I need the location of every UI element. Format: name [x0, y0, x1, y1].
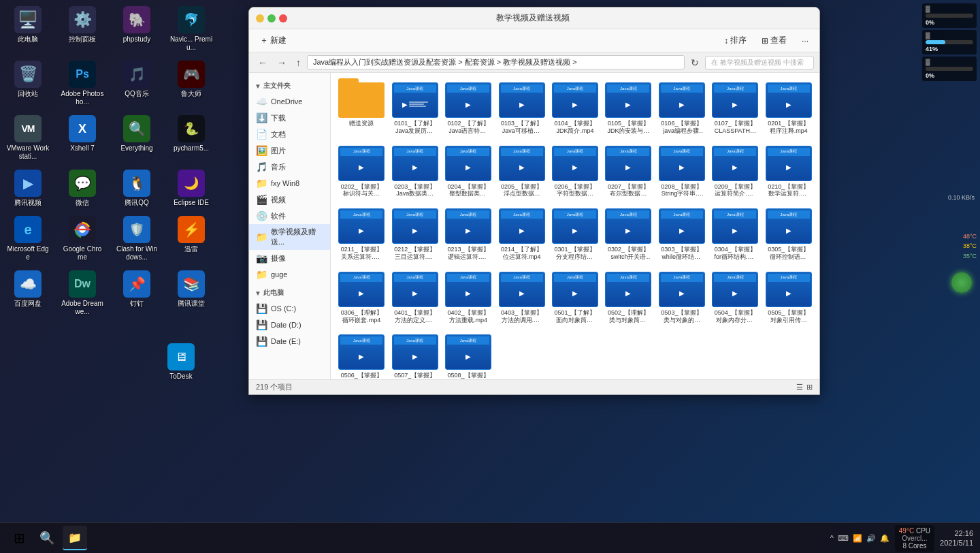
minimize-button[interactable]: −: [256, 14, 264, 22]
sidebar-item-fxy[interactable]: 📁 fxy Win8: [249, 175, 330, 191]
file-item-video[interactable]: Java课程▶ 0207_【掌握】布尔型数据类型.mp4: [604, 143, 652, 201]
file-item-video[interactable]: Java课程▶ 0401_【掌握】方法的定义.mp4: [391, 269, 438, 327]
file-item-video[interactable]: Java课程▶ 0402_【掌握】方法重载.mp4: [444, 269, 492, 327]
search-box[interactable]: 在 教学视频及赠送视频 中搜索: [705, 56, 814, 69]
desktop-icon-wechat[interactable]: 💬 微信: [58, 167, 107, 210]
file-item-video[interactable]: Java课程▶ 0102_【了解】Java语言特点.mp4: [444, 80, 492, 138]
file-item-video[interactable]: Java课程▶ 0107_【掌握】CLASSPATH环境属性.mp4: [711, 80, 759, 138]
network-icon[interactable]: 📶: [853, 534, 862, 543]
desktop-icon-control[interactable]: ⚙️ 控制面板: [58, 3, 107, 54]
sidebar-item-docs[interactable]: 📄 文档: [249, 126, 330, 142]
file-item-folder[interactable]: 赠送资源: [338, 80, 385, 138]
file-item-video[interactable]: Java课程▶ 0502_【理解】类与对象简介.mp4: [604, 269, 652, 327]
clock[interactable]: 22:16 2021/5/11: [940, 528, 973, 548]
file-item-video[interactable]: Java课程▶ 0506_【掌握】引用传递与比级.mp4: [338, 332, 385, 379]
file-item-video[interactable]: Java课程▶ 0403_【掌握】方法的调用.mp4: [497, 269, 545, 327]
sidebar-item-software[interactable]: 💿 软件: [249, 208, 330, 224]
desktop-icon-tencent-class[interactable]: 📚 腾讯课堂: [167, 268, 216, 319]
file-item-video[interactable]: Java课程▶ 0503_【掌握】类与对象的定义.mp4: [658, 269, 706, 327]
file-item-video[interactable]: Java课程▶ 0505_【掌握】对象引用传递分.mp4: [765, 269, 813, 327]
file-item-video[interactable]: Java课程▶ 0105_【掌握】JDK的安装与配置.mp4: [604, 80, 652, 138]
notification-icon[interactable]: 🔔: [880, 534, 889, 543]
volume-icon[interactable]: 🔊: [866, 534, 876, 543]
desktop-icon-recycle[interactable]: 🗑️ 回收站: [3, 58, 52, 109]
sort-button[interactable]: ↕ 排序: [719, 33, 752, 48]
file-item-video[interactable]: Java课程▶ 0306_【理解】循环嵌套.mp4: [338, 269, 385, 327]
file-item-video[interactable]: Java课程▶ 0212_【掌握】三目运算符.mp4: [391, 206, 438, 264]
file-item-video[interactable]: Java课程▶ 0209_【掌握】运算符简介.mp4: [711, 143, 759, 201]
desktop-icon-dingding[interactable]: 📌 钉钉: [112, 268, 161, 319]
desktop-icon-clash[interactable]: 🛡️ Clash for Windows...: [112, 213, 161, 264]
desktop-icon-everything[interactable]: 🔍 Everything: [112, 112, 161, 163]
view-button[interactable]: ⊞ 查看: [756, 33, 792, 48]
desktop-icon-navicat[interactable]: 🐬 Navic... Premiu...: [167, 3, 216, 54]
file-item-video[interactable]: Java课程▶ 0501_【了解】面向对象简介.mp4: [551, 269, 599, 327]
file-item-video[interactable]: Java课程▶ 0211_【掌握】关系运算符.mp4: [338, 206, 385, 264]
desktop-icon-qq[interactable]: 🐧 腾讯QQ: [112, 167, 161, 210]
file-item-video[interactable]: Java课程▶ 0103_【了解】Java可移植性.mp4: [497, 80, 545, 138]
desktop-icon-chrome[interactable]: Google Chrome: [58, 213, 107, 264]
sidebar-item-d[interactable]: 💾 Date (D:): [249, 317, 330, 333]
desktop-icon-phpstudy[interactable]: 🐘 phpstudy: [112, 3, 161, 54]
sidebar-item-c[interactable]: 💾 OS (C:): [249, 300, 330, 317]
file-item-video[interactable]: Java课程▶ 0210_【掌握】数学运算符.mp4: [765, 143, 813, 201]
file-item-video[interactable]: Java课程▶ 0301_【掌握】分支程序结构.mp4: [551, 206, 599, 264]
up-button[interactable]: ↑: [293, 56, 304, 69]
file-item-video[interactable]: Java课程▶ 0507_【掌握】成员属性封装.mp4: [391, 332, 438, 379]
file-item-video[interactable]: Java课程▶ 0508_【掌握】构造方法与重名.mp4: [444, 332, 492, 379]
sidebar-item-guge[interactable]: 📁 guge: [249, 266, 330, 283]
file-item-video[interactable]: Java课程▶ 0302_【掌握】switch开关语句.mp4: [604, 206, 652, 264]
refresh-button[interactable]: ↻: [687, 56, 702, 69]
file-item-video[interactable]: Java课程▶ 0504_【掌握】对象内存分析.mp4: [711, 269, 759, 327]
sidebar-header-pc[interactable]: ▼ 此电脑: [249, 285, 330, 300]
more-button[interactable]: ···: [796, 34, 814, 48]
file-item-video[interactable]: Java课程▶ 0106_【掌握】java编程步骤.mp4: [658, 80, 706, 138]
file-item-video[interactable]: Java课程▶ 0201_【掌握】程序注释.mp4: [765, 80, 813, 138]
file-item-video[interactable]: Java课程▶ 0203_【掌握】Java数据类型简介.mp4: [391, 143, 438, 201]
file-item-video[interactable]: Java课程▶ 0305_【掌握】循环控制语句.mp4: [765, 206, 813, 264]
breadcrumb[interactable]: Java编程从入门到实战赠送资源及配套资源 > 配套资源 > 教学视频及赠送视频…: [307, 55, 685, 69]
sidebar-item-downloads[interactable]: ⬇️ 下载: [249, 110, 330, 126]
sidebar-item-camera[interactable]: 📷 摄像: [249, 250, 330, 266]
file-item-video[interactable]: Java课程 ▶: [391, 80, 438, 138]
close-button[interactable]: ×: [279, 14, 287, 22]
desktop-icon-dajie[interactable]: 🎮 鲁大师: [167, 58, 216, 109]
sidebar-item-e[interactable]: 💾 Date (E:): [249, 333, 330, 349]
desktop-icon-todesk[interactable]: 🖥 ToDesk: [157, 341, 206, 383]
view-list-icon[interactable]: ☰: [796, 383, 803, 392]
file-item-video[interactable]: Java课程▶ 0208_【掌握】String字符串.mp4: [658, 143, 706, 201]
file-item-video[interactable]: Java课程▶ 0303_【掌握】while循环结构.mp4: [658, 206, 706, 264]
desktop-icon-dreamweaver[interactable]: Dw Adobe Dreamwe...: [58, 268, 107, 319]
desktop-icon-xshell[interactable]: X Xshell 7: [58, 112, 107, 163]
desktop-icon-tencent[interactable]: ▶ 腾讯视频: [3, 167, 52, 210]
desktop-icon-baidu[interactable]: ☁️ 百度网盘: [3, 268, 52, 319]
file-item-video[interactable]: Java课程▶ 0205_【掌握】浮点型数据类型.mp4: [497, 143, 545, 201]
file-item-video[interactable]: Java课程▶ 0202_【掌握】标识符与关键字.mp4: [338, 143, 385, 201]
file-item-video[interactable]: Java课程▶ 0304_【掌握】for循环结构.mp4: [711, 206, 759, 264]
start-button[interactable]: ⊞: [7, 526, 31, 550]
sidebar-item-teach-video[interactable]: 📁 教学视频及赠送...: [249, 224, 330, 250]
desktop-icon-edge[interactable]: e Microsoft Edge: [3, 213, 52, 264]
file-item-video[interactable]: Java课程▶ 0204_【掌握】整型数据类型.mp4: [444, 143, 492, 201]
desktop-icon-pc[interactable]: 🖥️ 此电脑: [3, 3, 52, 54]
maximize-button[interactable]: □: [267, 14, 276, 22]
sidebar-header-quick[interactable]: ▼ 主文件夹: [249, 78, 330, 93]
desktop-icon-vmware[interactable]: VM VMware Workstati...: [3, 112, 52, 163]
keyboard-icon[interactable]: ⌨: [838, 534, 849, 543]
sidebar-item-onedrive[interactable]: ☁️ OneDrive: [249, 93, 330, 110]
forward-button[interactable]: →: [274, 56, 290, 69]
desktop-icon-eclipse[interactable]: 🌙 Eclipse IDE: [167, 167, 216, 210]
desktop-icon-photoshop[interactable]: Ps Adobe Photosho...: [58, 58, 107, 109]
desktop-icon-qqmusic[interactable]: 🎵 QQ音乐: [112, 58, 161, 109]
view-grid-icon[interactable]: ⊞: [806, 383, 813, 392]
sidebar-item-videos[interactable]: 🎬 视频: [249, 191, 330, 208]
sidebar-item-music[interactable]: 🎵 音乐: [249, 159, 330, 175]
tray-expand-icon[interactable]: ^: [830, 534, 834, 542]
taskbar-app-explorer[interactable]: 📁: [63, 526, 87, 550]
new-button[interactable]: ＋ 新建: [255, 33, 292, 48]
back-button[interactable]: ←: [255, 56, 271, 69]
sidebar-item-pics[interactable]: 🖼️ 图片: [249, 142, 330, 159]
desktop-icon-pycharm[interactable]: 🐍 pycharm5...: [167, 112, 216, 163]
file-item-video[interactable]: Java课程▶ 0213_【掌握】逻辑运算符.mp4: [444, 206, 492, 264]
file-item-video[interactable]: Java课程▶ 0206_【掌握】字符型数据类型.mp4: [551, 143, 599, 201]
